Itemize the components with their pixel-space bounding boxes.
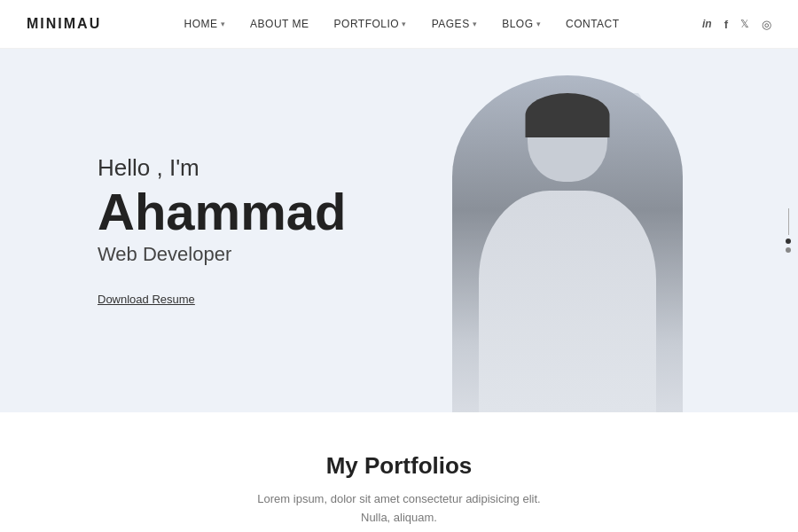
nav-logo: MINIMAU xyxy=(27,16,101,32)
person-body xyxy=(479,191,656,412)
hero-section: Hello , I'm Ahammad Web Developer Downlo… xyxy=(0,49,798,412)
nav-link-home[interactable]: HOME ▾ xyxy=(184,18,226,30)
portfolio-description: Lorem ipsum, dolor sit amet consectetur … xyxy=(27,490,771,528)
portfolio-title: My Portfolios xyxy=(27,452,771,480)
nav-item-about[interactable]: ABOUT ME xyxy=(250,18,309,30)
person-hair xyxy=(526,93,610,137)
nav-link-portfolio[interactable]: PORTFOLIO ▾ xyxy=(334,18,407,30)
chevron-down-icon: ▾ xyxy=(221,20,226,28)
nav-item-blog[interactable]: BLOG ▾ xyxy=(502,18,541,30)
nav-item-pages[interactable]: PAGES ▾ xyxy=(432,18,477,30)
scroll-dot xyxy=(786,247,791,253)
nav-link-pages[interactable]: PAGES ▾ xyxy=(432,18,477,30)
hero-portrait xyxy=(426,66,709,412)
nav-item-portfolio[interactable]: PORTFOLIO ▾ xyxy=(334,18,407,30)
hero-content: Hello , I'm Ahammad Web Developer Downlo… xyxy=(0,154,346,307)
nav-item-contact[interactable]: CONTACT xyxy=(566,18,620,30)
nav-item-home[interactable]: HOME ▾ xyxy=(184,18,226,30)
linkedin-icon[interactable]: in xyxy=(702,18,712,30)
chevron-down-icon: ▾ xyxy=(402,20,407,28)
nav-link-about[interactable]: ABOUT ME xyxy=(250,18,309,30)
instagram-icon[interactable]: ◎ xyxy=(762,18,771,31)
portfolio-section: My Portfolios Lorem ipsum, dolor sit ame… xyxy=(0,412,798,532)
scroll-line xyxy=(788,208,789,235)
hero-greeting: Hello , I'm xyxy=(98,154,346,182)
scroll-indicator xyxy=(786,208,791,253)
chevron-down-icon: ▾ xyxy=(536,20,542,28)
facebook-icon[interactable]: f xyxy=(724,18,728,31)
hero-name: Ahammad xyxy=(98,185,346,239)
nav-social: in f 𝕏 ◎ xyxy=(702,18,771,31)
scroll-dot xyxy=(786,239,791,244)
download-resume-button[interactable]: Download Resume xyxy=(98,293,195,306)
chevron-down-icon: ▾ xyxy=(473,20,478,28)
person-shape xyxy=(452,75,683,412)
hero-subtitle: Web Developer xyxy=(98,243,346,266)
navbar: MINIMAU HOME ▾ ABOUT ME PORTFOLIO ▾ PAGE… xyxy=(0,0,798,49)
nav-link-contact[interactable]: CONTACT xyxy=(566,18,620,30)
twitter-icon[interactable]: 𝕏 xyxy=(740,18,749,30)
nav-links: HOME ▾ ABOUT ME PORTFOLIO ▾ PAGES ▾ BLOG xyxy=(184,18,620,30)
nav-link-blog[interactable]: BLOG ▾ xyxy=(502,18,541,30)
